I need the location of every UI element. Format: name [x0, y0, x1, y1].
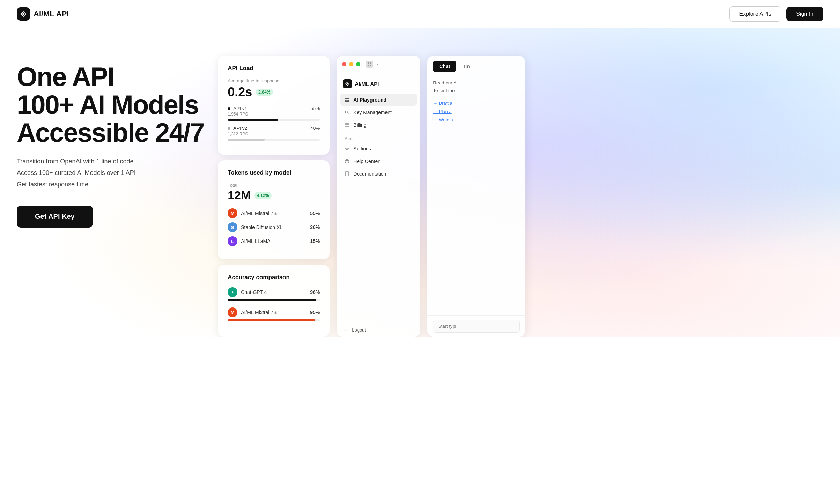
accuracy-header-0: ✦ Chat-GPT 4 96%	[228, 287, 320, 297]
docs-icon	[344, 171, 350, 177]
chat-input-field[interactable]	[433, 320, 520, 333]
accuracy-progress-bg-1	[228, 319, 320, 321]
chevron-right-icon: ›	[380, 62, 381, 67]
svg-rect-9	[345, 124, 349, 126]
accuracy-pct-1: 95%	[310, 310, 320, 315]
sidebar-item-help-center[interactable]: Help Center	[340, 155, 417, 167]
logout-label: Logout	[352, 327, 366, 333]
accuracy-name-1: AI/ML Mixtral 7B	[241, 310, 277, 315]
svg-rect-0	[368, 62, 369, 64]
help-icon	[344, 158, 350, 164]
api-avg-label: Average time to response	[228, 78, 320, 83]
api-v1-dot	[228, 107, 230, 110]
svg-rect-3	[370, 65, 371, 66]
api-v2-row: API v2 40% 1,312 RPS	[228, 126, 320, 141]
model-name-0: AI/ML Mistral 7B	[241, 210, 277, 216]
accuracy-model-1: M AI/ML Mixtral 7B	[228, 307, 277, 317]
subtitle-line2: Access 100+ curated AI Models over 1 API	[17, 168, 204, 178]
accuracy-name-0: Chat-GPT 4	[241, 289, 267, 295]
titlebar-chevrons: ‹ ›	[377, 62, 381, 67]
sidebar-label-billing: Billing	[353, 122, 366, 128]
sidebar-label-settings: Settings	[353, 146, 371, 151]
model-pct-2: 15%	[310, 238, 320, 244]
tab-chat[interactable]: Chat	[433, 61, 456, 72]
subtitle-line3: Get fastest response time	[17, 179, 204, 190]
accuracy-progress-fill-1	[228, 319, 315, 321]
logo-text: AI/ML API	[34, 9, 69, 18]
sidebar-brand-icon	[343, 79, 352, 88]
sidebar-item-billing[interactable]: Billing	[340, 119, 417, 131]
sidebar-label-documentation: Documentation	[353, 171, 386, 177]
sidebar-item-settings[interactable]: Settings	[340, 143, 417, 155]
model-name-2: AI/ML LLaMA	[241, 238, 270, 244]
hero-title-line3: Accessible 24/7	[17, 118, 204, 147]
aiml-icon: M	[228, 307, 237, 317]
titlebar-grid-icon	[366, 61, 373, 68]
hero-title: One API 100+ AI Models Accessible 24/7	[17, 63, 204, 146]
model-left-2: L AI/ML LLaMA	[228, 236, 270, 246]
chat-link-2[interactable]: → Plan a	[433, 108, 520, 116]
sidebar-item-ai-playground[interactable]: AI Playground	[340, 94, 417, 106]
api-v1-pct: 55%	[310, 106, 320, 111]
hero-title-line1: One API	[17, 62, 114, 91]
sidebar-item-key-management[interactable]: Key Management	[340, 106, 417, 118]
accuracy-progress-fill-0	[228, 299, 316, 301]
accuracy-row-1: M AI/ML Mixtral 7B 95%	[228, 307, 320, 321]
gpt-icon: ✦	[228, 287, 237, 297]
tokens-total-label: Total	[228, 183, 320, 188]
logout-icon: ←	[344, 327, 349, 333]
sidebar-label-help-center: Help Center	[353, 158, 380, 164]
api-v1-rps: 1,954 RPS	[228, 112, 320, 117]
api-v2-header: API v2 40%	[228, 126, 320, 131]
api-v1-label: API v1	[228, 106, 247, 111]
sidebar-brand: AI/ML API	[337, 73, 420, 92]
api-avg-badge: 2.84%	[256, 89, 273, 96]
chat-tabs: Chat Im	[427, 56, 525, 73]
api-v2-progress-fill	[228, 139, 265, 141]
logo-icon	[17, 7, 30, 21]
chat-body: Read our A To test the → Draft a → Plan …	[427, 73, 525, 315]
svg-rect-1	[370, 62, 371, 64]
model-left-0: M AI/ML Mistral 7B	[228, 208, 277, 218]
chat-link-3[interactable]: → Write a	[433, 117, 520, 124]
sidebar-logout[interactable]: ← Logout	[337, 323, 420, 337]
chat-link-1[interactable]: → Draft a	[433, 100, 520, 107]
grid-icon	[344, 97, 350, 103]
sidebar-item-documentation[interactable]: Documentation	[340, 168, 417, 180]
hero-content: One API 100+ AI Models Accessible 24/7 T…	[0, 28, 840, 337]
api-avg-number: 0.2s	[228, 85, 252, 99]
get-api-key-button[interactable]: Get API Key	[17, 206, 93, 228]
tab-image[interactable]: Im	[458, 61, 476, 73]
logo-svg	[20, 10, 27, 18]
model-icon-0: M	[228, 208, 237, 218]
svg-point-10	[346, 148, 348, 150]
chat-intro2: To test the	[433, 87, 520, 95]
model-icon-2: L	[228, 236, 237, 246]
subtitle-line1: Transition from OpenAI with 1 line of co…	[17, 156, 204, 167]
accuracy-header-1: M AI/ML Mixtral 7B 95%	[228, 307, 320, 317]
sign-in-button[interactable]: Sign In	[786, 7, 823, 21]
explore-apis-button[interactable]: Explore APIs	[729, 6, 782, 22]
chat-intro1: Read our A	[433, 79, 520, 87]
sidebar-panel: ‹ › AI/ML API	[337, 56, 420, 337]
api-v2-rps: 1,312 RPS	[228, 132, 320, 136]
api-v1-row: API v1 55% 1,954 RPS	[228, 106, 320, 121]
api-v1-progress-bg	[228, 119, 320, 121]
api-v2-progress-bg	[228, 139, 320, 141]
billing-icon	[344, 122, 350, 128]
hero-left: One API 100+ AI Models Accessible 24/7 T…	[17, 49, 204, 228]
tokens-total-badge: 4.12%	[254, 192, 272, 199]
titlebar-dot-green	[356, 62, 360, 66]
logo: AI/ML API	[17, 7, 69, 21]
api-load-card: API Load Average time to response 0.2s 2…	[218, 56, 330, 155]
svg-rect-5	[347, 98, 349, 99]
api-v1-header: API v1 55%	[228, 106, 320, 111]
accuracy-progress-bg-0	[228, 299, 320, 301]
hero-subtitle: Transition from OpenAI with 1 line of co…	[17, 156, 204, 190]
accuracy-row-0: ✦ Chat-GPT 4 96%	[228, 287, 320, 301]
tokens-total-value: 12M 4.12%	[228, 188, 320, 202]
hero-section: One API 100+ AI Models Accessible 24/7 T…	[0, 28, 840, 337]
svg-rect-4	[345, 98, 347, 99]
sidebar-label-ai-playground: AI Playground	[353, 97, 386, 103]
nav-actions: Explore APIs Sign In	[729, 6, 823, 22]
